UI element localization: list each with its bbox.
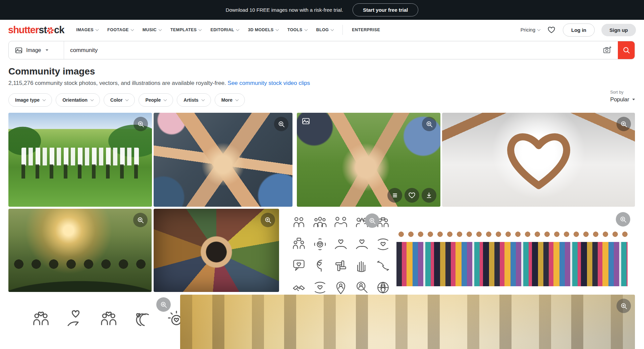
chevron-down-icon [304,28,308,31]
image-result-8[interactable] [389,209,635,292]
results-count-text: 2,115,276 community stock photos, vector… [8,80,226,86]
nav-templates[interactable]: TEMPLATES [170,28,201,32]
thumbnail-actions [387,188,436,203]
camera-plus-icon [603,46,612,55]
start-free-trial-button[interactable]: Start your free trial [353,3,418,16]
search-type-label: Image [26,47,41,53]
chevron-down-icon [96,28,99,31]
nav-blog[interactable]: BLOG [316,28,334,32]
photo-detail [21,148,139,165]
download-icon [425,192,433,199]
zoom-preview-button[interactable] [365,213,379,228]
filter-image-type[interactable]: Image type [8,93,52,107]
zoom-in-icon [137,216,144,224]
similar-images-button[interactable] [387,188,402,203]
shutter-aperture-icon [47,27,54,34]
handshake-icon [291,280,306,295]
zoom-preview-button[interactable] [133,117,148,131]
chevron-down-icon [201,98,205,101]
zoom-preview-button[interactable] [261,213,275,227]
zoom-in-icon [620,302,628,310]
search-person-icon [355,280,369,295]
image-result-2[interactable] [154,113,292,207]
video-clips-link[interactable]: See community stock video clips [228,80,310,86]
hands-heart-icon [333,237,348,252]
zoom-preview-button[interactable] [133,213,148,227]
search-type-selector[interactable]: Image [9,41,64,59]
chevron-down-icon [43,98,46,101]
nav-tools[interactable]: TOOLS [287,28,307,32]
pricing-menu[interactable]: Pricing [521,27,540,33]
promo-text: Download 10 FREE images now with a risk-… [226,7,343,13]
zoom-preview-button[interactable] [616,299,631,313]
zoom-preview-button[interactable] [422,117,436,131]
results-header: Community images 2,115,276 community sto… [8,66,636,87]
filter-artists[interactable]: Artists [177,93,211,107]
search-by-image-button[interactable] [601,41,618,59]
zoom-preview-button[interactable] [156,297,171,312]
zoom-preview-button[interactable] [616,212,630,227]
search-icon [623,46,630,54]
image-result-7[interactable] [282,209,400,301]
results-grid [0,113,644,349]
nav-editorial[interactable]: EDITORIAL [210,28,239,32]
filter-more[interactable]: More [215,93,245,107]
image-badge-icon [302,117,310,126]
pair-heart-icon [31,309,51,329]
image-result-1[interactable] [8,113,152,207]
pin-person-icon [333,280,348,295]
hands-heart-icon [355,237,369,252]
illustration-detail [396,230,628,242]
team-heart-icon [313,237,327,252]
image-result-10[interactable] [180,295,635,349]
nav-footage[interactable]: FOOTAGE [107,28,133,32]
chevron-down-icon [90,98,94,101]
download-button[interactable] [422,188,436,203]
nav-images[interactable]: IMAGES [76,28,98,32]
search-submit-button[interactable] [618,41,635,59]
zoom-in-icon [160,301,167,308]
head-heart-icon [313,258,327,273]
image-result-4[interactable] [442,113,635,207]
login-button[interactable]: Log in [563,23,595,37]
shutterstock-logo[interactable]: shutterstck [8,24,64,36]
photo-detail [11,259,149,280]
nav-3d-models[interactable]: 3D MODELS [248,28,278,32]
image-result-6[interactable] [154,209,279,292]
zoom-in-icon [620,216,627,223]
image-result-5[interactable] [8,209,152,292]
pair-hold-icon [333,215,348,230]
nav-music[interactable]: MUSIC [143,28,161,32]
chevron-down-icon [331,28,334,31]
zoom-in-icon [137,120,145,128]
chevron-down-icon [159,28,162,31]
image-result-3[interactable] [297,113,440,207]
heart-icon [408,192,416,199]
zoom-preview-button[interactable] [616,117,631,131]
search-input[interactable] [64,41,601,59]
chevron-down-icon [236,28,239,31]
zoom-in-icon [620,120,628,128]
chevron-down-icon [199,28,202,31]
main-header: shutterstck IMAGES FOOTAGE MUSIC TEMPLAT… [0,20,644,40]
favorite-button[interactable] [405,188,419,203]
signup-button[interactable]: Sign up [601,24,636,36]
filter-people[interactable]: People [139,93,173,107]
zoom-in-icon [426,120,433,128]
image-result-9[interactable] [8,295,209,349]
favorites-heart-button[interactable] [547,25,556,35]
chevron-down-icon [235,98,239,101]
promo-banner: Download 10 FREE images now with a risk-… [0,0,644,20]
zoom-preview-button[interactable] [274,117,288,131]
globe-person-icon [376,280,390,295]
filter-color[interactable]: Color [104,93,135,107]
filter-orientation[interactable]: Orientation [56,93,100,107]
nav-enterprise[interactable]: ENTERPRISE [352,28,380,32]
image-type-badge [302,117,310,127]
similar-images-icon [391,192,398,199]
sort-value-dropdown[interactable]: Popular [610,96,635,103]
care-heart-icon [313,280,327,295]
filter-pills: Image type Orientation Color People Arti… [8,93,245,107]
bubble-heart-icon [291,258,306,273]
group3-icon [313,215,327,230]
